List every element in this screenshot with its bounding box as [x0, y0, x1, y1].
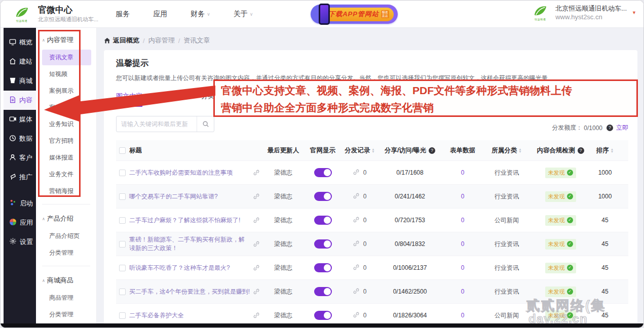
help-icon[interactable]: ?	[607, 125, 613, 131]
sidebar-item-短视频[interactable]: 短视频	[42, 66, 91, 82]
sidebar-item-产品介绍页[interactable]: 产品介绍页	[42, 228, 91, 244]
site-display-toggle[interactable]	[314, 216, 332, 225]
article-title-link[interactable]: 买二手车，这4个年份要注意，买到就是赚到!	[129, 288, 250, 296]
form-data-count[interactable]: 0	[442, 312, 483, 319]
form-data-count[interactable]: 0	[442, 217, 483, 224]
sidebar-item-案例展示[interactable]: 案例展示	[42, 83, 91, 99]
select-all-checkbox[interactable]	[119, 147, 126, 154]
sidebar-item-业务文件[interactable]: 业务文件	[42, 167, 91, 182]
breadcrumb-home[interactable]: 返回概览	[104, 36, 139, 45]
column-header-所属分类[interactable]: 所属分类▲▼	[483, 146, 531, 155]
form-data-count[interactable]: 0	[442, 264, 483, 271]
help-icon[interactable]: ?	[429, 147, 435, 154]
sidebar-group-商城商品[interactable]: ∧商城商品	[36, 271, 96, 289]
link-icon[interactable]	[250, 265, 263, 271]
row-checkbox[interactable]	[119, 312, 126, 319]
form-data-count[interactable]: 0	[442, 193, 483, 200]
search-input[interactable]: 请输入关键词和最后更新	[116, 116, 214, 132]
link-icon[interactable]	[353, 264, 359, 272]
row-checkbox[interactable]	[119, 170, 126, 176]
form-data-count[interactable]: 0	[442, 169, 483, 176]
site-account[interactable]: 恒远顺通 北京恒远顺通旧机动车... www.hyst2sc.cn ▼	[529, 4, 636, 21]
form-data-count[interactable]: 0	[442, 240, 483, 248]
sidebar-item-资讯文章[interactable]: 资讯文章	[42, 50, 91, 65]
link-icon[interactable]	[353, 312, 359, 319]
link-icon[interactable]	[353, 169, 359, 177]
article-title-link[interactable]: 二手车必备养护大全	[129, 311, 250, 320]
tab-图文内容[interactable]: 图文内容	[116, 92, 142, 107]
link-icon[interactable]	[353, 193, 359, 200]
link-icon[interactable]	[353, 288, 359, 296]
help-icon[interactable]: ?	[578, 147, 584, 154]
upgrade-link[interactable]: 立即	[616, 124, 628, 132]
site-display-toggle[interactable]	[314, 168, 332, 177]
tab-分类[interactable]: 分类	[201, 92, 214, 107]
rail-item-商城[interactable]: 商城	[4, 71, 36, 91]
sidebar-item-媒体报道[interactable]: 媒体报道	[42, 150, 91, 166]
column-header-分发记录[interactable]: 分发记录▲▼	[342, 146, 377, 155]
search-button[interactable]	[197, 116, 214, 132]
article-title-link[interactable]: 二手汽车收购时必需要知道的注意事项	[129, 169, 250, 177]
column-header-最后更新人[interactable]: 最后更新人	[263, 146, 304, 155]
sort-icon[interactable]: ▲▼	[371, 148, 374, 153]
column-header-表单数据[interactable]: 表单数据	[442, 146, 483, 155]
sidebar-item-客户问答[interactable]: 客户问答	[42, 100, 91, 115]
link-icon[interactable]	[250, 241, 263, 247]
nav-item-关于[interactable]: 关于∨	[234, 10, 253, 19]
sidebar-group-产品介绍[interactable]: ∧产品介绍	[36, 210, 96, 227]
sidebar-item-营销海报[interactable]: 营销海报	[42, 183, 91, 199]
sidebar-item-商品管理[interactable]: 商品管理	[42, 290, 91, 306]
column-header-分享/访问/曝光[interactable]: 分享/访问/曝光?	[377, 146, 442, 155]
column-header-排序[interactable]: 排序▲▼	[590, 146, 620, 155]
rail-item-媒体[interactable]: 媒体	[4, 110, 36, 129]
row-checkbox[interactable]	[119, 241, 126, 248]
sort-icon[interactable]: ▲▼	[518, 148, 521, 153]
rail-tool-设置[interactable]: 设置	[4, 232, 36, 252]
rail-item-推广[interactable]: 推广	[4, 168, 36, 187]
form-data-count[interactable]: 0	[442, 288, 483, 295]
site-display-toggle[interactable]	[314, 263, 332, 272]
app-logo[interactable]: 恒远顺通	[11, 6, 33, 22]
rail-item-客户[interactable]: 客户	[4, 148, 36, 168]
nav-item-财务[interactable]: 财务∨	[191, 10, 210, 19]
sidebar-group-内容管理[interactable]: ∧内容管理	[36, 31, 96, 49]
article-title-link[interactable]: 二手车过户麻烦？了解这些就不怕麻烦了!	[129, 216, 250, 225]
row-checkbox[interactable]	[119, 193, 126, 200]
link-icon[interactable]	[353, 240, 359, 248]
site-display-toggle[interactable]	[314, 287, 332, 296]
chevron-down-icon[interactable]: ▼	[632, 10, 636, 15]
sidebar-item-分类管理[interactable]: 分类管理	[42, 245, 91, 261]
article-title-link[interactable]: 重磅！新能源车、二手车购买有何新政，解读新的三大政策！	[129, 235, 250, 253]
breadcrumb-item-内容管理[interactable]: 内容管理	[148, 36, 175, 45]
nav-item-服务[interactable]: 服务	[116, 10, 130, 19]
sidebar-item-业务知识[interactable]: 业务知识	[42, 116, 91, 132]
tab-服务内容[interactable]: 服务内容	[159, 92, 185, 107]
site-display-toggle[interactable]	[314, 239, 332, 249]
rail-item-内容[interactable]: 内容	[4, 91, 36, 110]
row-checkbox[interactable]	[119, 289, 126, 295]
row-checkbox[interactable]	[119, 217, 126, 224]
link-icon[interactable]	[250, 170, 263, 176]
site-display-toggle[interactable]	[314, 192, 332, 201]
link-icon[interactable]	[250, 312, 263, 318]
rail-tool-应用[interactable]: 应用	[4, 213, 36, 232]
sort-icon[interactable]: ▲▼	[611, 148, 614, 153]
site-display-toggle[interactable]	[314, 311, 332, 320]
row-checkbox[interactable]	[119, 265, 126, 271]
rail-item-建站[interactable]: 建站	[4, 52, 36, 71]
column-header-官网显示[interactable]: 官网显示	[304, 146, 342, 155]
article-title-link[interactable]: 听说豪车不吃香了？这种车才是最火?	[129, 264, 250, 272]
download-app-button[interactable]: 下载APP管网站 极速直达	[311, 5, 398, 24]
rail-item-数据[interactable]: 数据	[4, 129, 36, 148]
link-icon[interactable]	[353, 217, 359, 224]
link-icon[interactable]	[250, 193, 263, 199]
article-title-link[interactable]: 哪个交易车子的二手车网站靠谱?	[129, 192, 250, 201]
rail-item-概览[interactable]: 概览	[4, 33, 36, 52]
breadcrumb-item-资讯文章[interactable]: 资讯文章	[183, 36, 210, 45]
sidebar-item-官方招聘[interactable]: 官方招聘	[42, 133, 91, 149]
rail-tool-启动[interactable]: 启动	[4, 194, 36, 213]
link-icon[interactable]	[250, 217, 263, 223]
column-header-标题[interactable]: 标题	[129, 146, 250, 155]
column-header-内容合规检测[interactable]: 内容合规检测?	[531, 146, 590, 155]
sidebar-item-分类管理[interactable]: 分类管理	[42, 307, 91, 322]
